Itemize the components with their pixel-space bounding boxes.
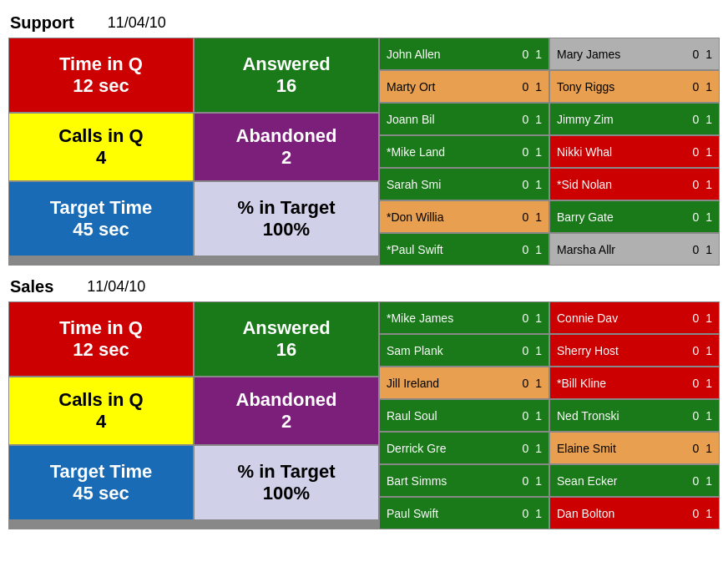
agent-row: Jimmy Zim 0 1 [550, 104, 719, 134]
agent-row: Connie Dav 0 1 [550, 302, 719, 333]
agent-num1: 1 [535, 48, 542, 61]
agent-name: Jill Ireland [387, 377, 522, 390]
stat---in-target-support: % in Target100% [195, 182, 378, 256]
stat-abandoned-sales: Abandoned2 [195, 377, 378, 444]
agent-row: Elaine Smit 0 1 [550, 433, 719, 463]
agent-num0: 0 [692, 243, 699, 256]
agent-name: *Mike Land [387, 145, 522, 159]
agent-num1: 1 [535, 377, 542, 390]
stats-right-column: Answered16Abandoned2% in Target100% [195, 302, 378, 529]
agent-row: *Mike Land 0 1 [380, 136, 549, 167]
section-title: Sales [10, 277, 53, 296]
section-grid-support: Time in Q12 secCalls in Q4Target Time45 … [8, 38, 720, 266]
agent-num1: 1 [705, 442, 712, 455]
section-title: Support [10, 13, 74, 33]
agents-column-1: *Mike James 0 1 Sam Plank 0 1 Jill Irela… [380, 302, 549, 529]
agent-num0: 0 [522, 377, 528, 390]
agent-num1: 1 [705, 377, 712, 390]
agent-num1: 1 [705, 178, 712, 191]
agent-name: Tony Riggs [557, 80, 692, 94]
agent-num0: 0 [522, 442, 528, 455]
agent-num0: 0 [522, 507, 528, 520]
agent-num0: 0 [692, 377, 699, 390]
stat-time-in-q-support: Time in Q12 sec [9, 38, 193, 112]
agent-name: Elaine Smit [557, 442, 692, 455]
agent-name: *Mike James [387, 311, 522, 325]
agent-num0: 0 [692, 80, 699, 94]
agent-num0: 0 [692, 48, 699, 61]
agent-num0: 0 [692, 442, 699, 455]
agent-row: Tony Riggs 0 1 [550, 71, 719, 102]
agent-row: *Bill Kline 0 1 [550, 367, 719, 398]
agent-num0: 0 [522, 145, 528, 159]
section-header-sales: Sales 11/04/10 [8, 272, 720, 301]
agent-num0: 0 [692, 145, 699, 159]
agent-num0: 0 [522, 474, 528, 488]
agent-row: Paul Swift 0 1 [380, 498, 549, 529]
agent-name: Jimmy Zim [557, 113, 692, 126]
agent-num1: 1 [705, 210, 712, 224]
agent-row: *Mike James 0 1 [380, 302, 549, 333]
section-grid-sales: Time in Q12 secCalls in Q4Target Time45 … [8, 301, 720, 529]
section-header-support: Support 11/04/10 [8, 8, 720, 38]
agent-name: *Bill Kline [557, 377, 692, 390]
agent-num1: 1 [705, 474, 712, 488]
agent-row: Bart Simms 0 1 [380, 465, 549, 496]
agent-num1: 1 [705, 344, 712, 357]
stat-answered-support: Answered16 [195, 38, 378, 112]
agent-num1: 1 [535, 145, 542, 159]
agent-row: Nikki Whal 0 1 [550, 136, 719, 167]
agents-column-2: Mary James 0 1 Tony Riggs 0 1 Jimmy Zim … [550, 38, 719, 265]
stats-right-column: Answered16Abandoned2% in Target100% [195, 38, 378, 265]
agent-name: Sean Ecker [557, 474, 692, 488]
agent-num1: 1 [535, 442, 542, 455]
agent-num1: 1 [535, 344, 542, 357]
agent-row: *Sid Nolan 0 1 [550, 169, 719, 200]
agent-num1: 1 [535, 178, 542, 191]
agent-num0: 0 [692, 409, 699, 423]
agent-num0: 0 [522, 344, 528, 357]
agent-name: Mary James [557, 48, 692, 61]
agent-num0: 0 [522, 178, 528, 191]
agent-num0: 0 [692, 311, 699, 325]
agent-num1: 1 [535, 243, 542, 256]
agent-row: Derrick Gre 0 1 [380, 433, 549, 463]
agent-row: Marsha Allr 0 1 [550, 234, 719, 265]
stat-calls-in-q-support: Calls in Q4 [9, 114, 193, 180]
agent-num1: 1 [705, 80, 712, 94]
agent-num0: 0 [692, 178, 699, 191]
agent-num1: 1 [705, 507, 712, 520]
stat-answered-sales: Answered16 [195, 302, 378, 376]
agent-num0: 0 [692, 344, 699, 357]
agent-num1: 1 [705, 243, 712, 256]
agent-num0: 0 [522, 80, 528, 94]
agent-name: Marty Ort [387, 80, 522, 94]
agent-num1: 1 [535, 507, 542, 520]
agent-row: Jill Ireland 0 1 [380, 367, 549, 398]
agent-num0: 0 [692, 507, 699, 520]
agent-name: Nikki Whal [557, 145, 692, 159]
stats-left-column: Time in Q12 secCalls in Q4Target Time45 … [9, 38, 193, 265]
agent-num1: 1 [535, 409, 542, 423]
agent-row: *Paul Swift 0 1 [380, 234, 549, 265]
agent-name: John Allen [387, 48, 522, 61]
agent-num0: 0 [522, 243, 528, 256]
agent-row: Sam Plank 0 1 [380, 335, 549, 366]
agents-column-2: Connie Dav 0 1 Sherry Host 0 1 *Bill Kli… [550, 302, 719, 529]
agent-name: Joann Bil [387, 113, 522, 126]
stats-left-column: Time in Q12 secCalls in Q4Target Time45 … [9, 302, 193, 529]
agent-name: Marsha Allr [557, 243, 692, 256]
agent-num0: 0 [522, 48, 528, 61]
agent-row: *Don Willia 0 1 [380, 201, 549, 232]
agent-name: Dan Bolton [557, 507, 692, 520]
agent-name: Sam Plank [387, 344, 522, 357]
agent-name: Sarah Smi [387, 178, 522, 191]
agent-name: Barry Gate [557, 210, 692, 224]
agent-name: Bart Simms [387, 474, 522, 488]
stat-calls-in-q-sales: Calls in Q4 [9, 377, 193, 444]
agent-name: *Sid Nolan [557, 178, 692, 191]
agent-name: *Don Willia [387, 210, 522, 224]
agent-num1: 1 [535, 311, 542, 325]
agents-column-1: John Allen 0 1 Marty Ort 0 1 Joann Bil 0… [380, 38, 549, 265]
agent-row: Sherry Host 0 1 [550, 335, 719, 366]
